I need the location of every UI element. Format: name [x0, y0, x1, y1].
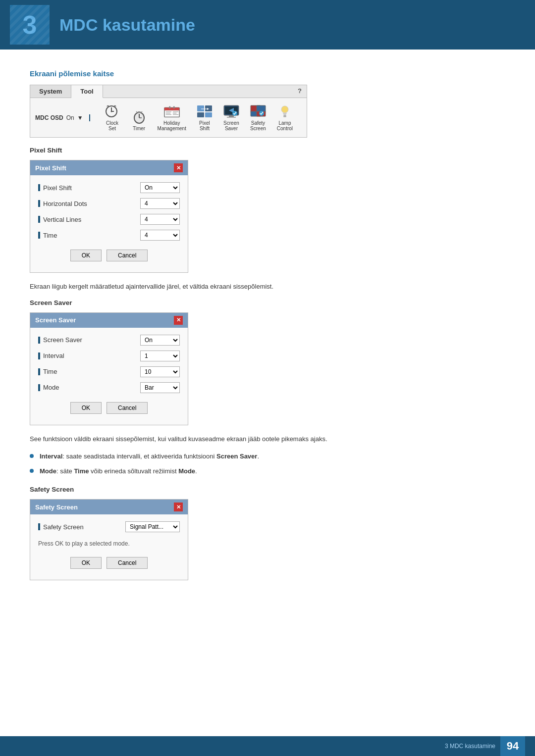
- pixel-shift-title-bar: Pixel Shift ✕: [30, 160, 188, 175]
- label-mode: Mode: [43, 384, 59, 391]
- screen-saver-body: Screen Saver OnOff Interval 123 Time: [30, 328, 188, 425]
- screen-saver-row-1: Interval 123: [38, 351, 180, 361]
- interval-select[interactable]: 123: [140, 351, 180, 361]
- safety-screen-value-select[interactable]: Signal Patt...All WhiteScroll: [125, 521, 180, 532]
- screen-saver-buttons: OK Cancel: [38, 398, 180, 420]
- svg-rect-11: [164, 107, 179, 110]
- pixel-shift-row-3: Time 4123: [38, 230, 180, 241]
- footer-page-number: 94: [500, 736, 525, 756]
- screen-saver-ok-button[interactable]: OK: [70, 402, 102, 414]
- screen-saver-close-button[interactable]: ✕: [174, 316, 183, 325]
- safety-screen-buttons: OK Cancel: [38, 553, 180, 575]
- svg-rect-21: [197, 105, 204, 111]
- pixel-shift-close-button[interactable]: ✕: [174, 163, 183, 172]
- toolbar-tabs: System Tool ?: [30, 85, 307, 98]
- safety-screen-icon: [250, 104, 267, 119]
- pixel-shift-row-0-label: Pixel Shift: [38, 184, 140, 192]
- svg-rect-36: [283, 115, 286, 116]
- svg-rect-24: [205, 112, 212, 117]
- pixel-shift-buttons: OK Cancel: [38, 246, 180, 267]
- mdc-osd-row: MDC OSD On ▼: [35, 114, 90, 121]
- screen-saver-row-2-label: Time: [38, 368, 140, 375]
- time-select[interactable]: 4123: [140, 230, 180, 241]
- safety-screen-note: Press OK to play a selected mode.: [38, 537, 180, 553]
- toolbar-icon-timer[interactable]: Timer: [127, 107, 152, 133]
- pixel-shift-row-3-label: Time: [38, 232, 140, 239]
- svg-point-35: [281, 106, 288, 113]
- screen-saver-value-select[interactable]: OnOff: [140, 335, 180, 346]
- tab-tool[interactable]: Tool: [71, 85, 103, 98]
- holiday-label: HolidayManagement: [158, 120, 186, 131]
- row-indicator: [38, 523, 40, 530]
- label-ss-time: Time: [43, 368, 57, 375]
- timer-icon: [131, 109, 148, 124]
- mdc-osd-dropdown-icon[interactable]: ▼: [77, 114, 83, 121]
- safety-screen-body: Safety Screen Signal Patt...All WhiteScr…: [30, 514, 188, 580]
- toolbar-icon-safety-screen[interactable]: SafetyScreen: [246, 102, 270, 133]
- svg-rect-23: [197, 112, 204, 117]
- svg-rect-13: [165, 111, 171, 112]
- timer-label: Timer: [133, 126, 145, 131]
- screen-saver-row-2: Time 1051520: [38, 366, 180, 377]
- pixel-shift-row-2-label: Vertical Lines: [38, 216, 140, 223]
- pixel-shift-icon: [196, 104, 213, 119]
- mdc-osd-value: On: [66, 114, 74, 121]
- screen-saver-heading: Screen Saver: [30, 299, 505, 306]
- pixel-shift-ok-button[interactable]: OK: [70, 250, 102, 261]
- toolbar-icon-clock-set[interactable]: ClockSet: [100, 102, 125, 133]
- screen-saver-row-3: Mode BarPixel: [38, 382, 180, 393]
- toolbar-icon-lamp-control[interactable]: LampControl: [272, 102, 297, 133]
- help-icon[interactable]: ?: [293, 85, 307, 98]
- safety-screen-close-button[interactable]: ✕: [174, 503, 183, 511]
- pixel-shift-row-1: Horizontal Dots 4123: [38, 198, 180, 209]
- row-indicator: [38, 216, 40, 223]
- tab-system[interactable]: System: [30, 85, 71, 98]
- pixel-shift-row-2: Vertical Lines 4123: [38, 214, 180, 225]
- bullet-dot: [30, 454, 34, 458]
- pixel-shift-value-select[interactable]: OnOff: [140, 182, 180, 193]
- mode-select[interactable]: BarPixel: [140, 382, 180, 393]
- label-horiz-dots: Horizontal Dots: [43, 200, 87, 207]
- horiz-dots-select[interactable]: 4123: [140, 198, 180, 209]
- screen-saver-label: ScreenSaver: [223, 120, 239, 131]
- safety-screen-dialog: Safety Screen ✕ Safety Screen Signal Pat…: [30, 499, 188, 580]
- safety-screen-cancel-button[interactable]: Cancel: [107, 557, 148, 569]
- screen-saver-cancel-button[interactable]: Cancel: [107, 402, 148, 414]
- pixel-shift-cancel-button[interactable]: Cancel: [107, 250, 148, 261]
- screen-saver-body-text: See funktsioon väldib ekraani sissepõlem…: [30, 434, 505, 445]
- row-indicator: [38, 232, 40, 239]
- svg-rect-14: [165, 113, 170, 113]
- screen-saver-icon: [223, 104, 240, 119]
- holiday-icon: [163, 104, 180, 119]
- svg-rect-28: [227, 117, 236, 118]
- svg-line-8: [136, 111, 137, 112]
- toolbar-icon-pixel-shift[interactable]: PixelShift: [192, 102, 217, 133]
- screen-saver-row-3-label: Mode: [38, 384, 140, 391]
- pixel-shift-row-0: Pixel Shift OnOff: [38, 182, 180, 193]
- ss-time-select[interactable]: 1051520: [140, 366, 180, 377]
- toolbar-icons: ClockSet Timer: [100, 102, 297, 133]
- svg-rect-22: [205, 105, 212, 111]
- row-indicator: [38, 184, 40, 191]
- clock-set-label: ClockSet: [106, 120, 118, 131]
- svg-rect-17: [173, 113, 177, 113]
- mdc-osd-label: MDC OSD: [35, 114, 63, 121]
- svg-line-9: [141, 111, 142, 112]
- vert-lines-select[interactable]: 4123: [140, 214, 180, 225]
- bullet-dot: [30, 469, 34, 473]
- bullet-interval: Interval: saate seadistada intervalli, e…: [30, 452, 505, 462]
- svg-rect-27: [229, 115, 234, 117]
- toolbar-icon-holiday[interactable]: HolidayManagement: [154, 102, 190, 133]
- pixel-shift-body-text: Ekraan liigub kergelt määratletud ajaint…: [30, 282, 505, 292]
- label-interval: Interval: [43, 352, 64, 359]
- safety-screen-dialog-title: Safety Screen: [35, 504, 78, 511]
- svg-rect-16: [173, 111, 178, 112]
- toolbar-icon-screen-saver[interactable]: ScreenSaver: [219, 102, 244, 133]
- label-pixel-shift: Pixel Shift: [43, 184, 72, 192]
- safety-screen-ok-button[interactable]: OK: [70, 557, 102, 569]
- svg-rect-15: [165, 114, 171, 115]
- row-indicator: [38, 384, 40, 391]
- label-screen-saver: Screen Saver: [43, 336, 82, 344]
- bullet-mode: Mode: säte Time võib erineda sõltuvalt r…: [30, 466, 505, 477]
- bullet-interval-text: Interval: saate seadistada intervalli, e…: [40, 452, 259, 462]
